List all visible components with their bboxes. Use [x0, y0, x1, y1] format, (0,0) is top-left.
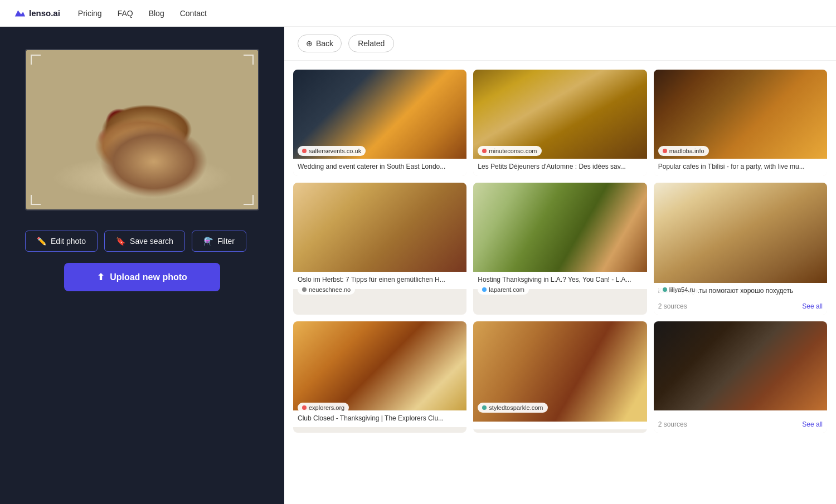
result-card-2[interactable]: minuteconso.com Les Petits Déjeuners d'A…	[473, 70, 647, 176]
navbar: lenso.ai Pricing FAQ Blog Contact	[0, 0, 836, 27]
main-content: ⊕ Back Related saltersevents.co.uk Weddi…	[284, 27, 836, 504]
result-card-4[interactable]: neueschnee.no Oslo im Herbst: 7 Tipps fü…	[293, 183, 466, 315]
source-url-8: styledtosparkle.com	[489, 404, 543, 411]
crop-handle-bl	[31, 195, 41, 205]
save-search-label: Save search	[130, 237, 173, 246]
logo-icon	[13, 7, 26, 19]
result-card-5[interactable]: laparent.com Hosting Thanksgiving in L.A…	[473, 183, 647, 315]
back-label: Back	[316, 39, 333, 48]
source-badge-6: liliya54.ru	[658, 285, 699, 295]
result-card-1[interactable]: saltersevents.co.uk Wedding and event ca…	[293, 70, 466, 176]
source-dot-2	[482, 149, 487, 153]
sources-row-9: 2 sources See all	[654, 418, 827, 433]
related-label: Related	[358, 39, 385, 48]
sources-count-6: 2 sources	[658, 302, 687, 310]
save-search-button[interactable]: 🔖 Save search	[104, 231, 185, 252]
result-image-4	[293, 183, 466, 272]
save-icon: 🔖	[116, 237, 125, 246]
crop-handle-tl	[31, 55, 41, 65]
source-badge-3: madloba.info	[658, 146, 709, 156]
card-title-7: Club Closed - Thanksgiving | The Explore…	[293, 410, 466, 428]
see-all-9[interactable]: See all	[802, 420, 823, 428]
edit-photo-label: Edit photo	[51, 237, 86, 246]
source-dot-7	[302, 405, 307, 410]
results-grid: saltersevents.co.uk Wedding and event ca…	[284, 61, 836, 442]
query-image-visual	[26, 50, 258, 209]
sources-count-9: 2 sources	[658, 420, 687, 428]
card-title-3: Popular cafes in Tbilisi - for a party, …	[654, 159, 827, 176]
result-image-5	[473, 183, 647, 272]
query-image	[25, 49, 259, 211]
source-dot-3	[663, 149, 667, 153]
sidebar: ✏️ Edit photo 🔖 Save search ⚗️ Filter ⬆ …	[0, 27, 284, 504]
source-dot-1	[302, 149, 307, 153]
source-url-4: neueschnee.no	[309, 286, 351, 293]
crop-handle-tr	[244, 55, 254, 65]
result-card-6[interactable]: liliya54.ru Какие продукты помогают хоро…	[654, 183, 827, 315]
related-button[interactable]: Related	[348, 35, 394, 52]
sidebar-actions: ✏️ Edit photo 🔖 Save search ⚗️ Filter	[25, 231, 259, 252]
source-url-5: laparent.com	[489, 286, 524, 293]
filter-icon: ⚗️	[203, 237, 213, 246]
back-arrow-icon: ⊕	[306, 39, 313, 48]
source-url-6: liliya54.ru	[669, 286, 695, 293]
upload-new-photo-button[interactable]: ⬆ Upload new photo	[64, 263, 220, 291]
source-badge-5: laparent.com	[478, 285, 529, 295]
card-title-8	[473, 422, 647, 429]
source-dot-5	[482, 287, 487, 292]
filter-button[interactable]: ⚗️ Filter	[192, 231, 246, 252]
result-image-7	[293, 321, 466, 410]
crop-handle-br	[244, 195, 254, 205]
nav-pricing[interactable]: Pricing	[78, 9, 102, 18]
edit-icon: ✏️	[37, 237, 46, 246]
edit-photo-button[interactable]: ✏️ Edit photo	[25, 231, 98, 252]
source-badge-1: saltersevents.co.uk	[298, 146, 366, 156]
result-image-9	[654, 321, 827, 410]
source-url-3: madloba.info	[669, 148, 704, 154]
source-url-2: minuteconso.com	[489, 148, 537, 154]
upload-label: Upload new photo	[110, 272, 187, 282]
source-url-7: explorers.org	[309, 404, 344, 411]
source-badge-4: neueschnee.no	[298, 285, 355, 295]
nav-contact[interactable]: Contact	[180, 9, 207, 18]
source-dot-6	[663, 287, 667, 292]
card-title-2: Les Petits Déjeuners d'Automne : Des idé…	[473, 159, 647, 176]
logo[interactable]: lenso.ai	[13, 7, 60, 19]
card-title-9	[654, 410, 827, 418]
card-title-1: Wedding and event caterer in South East …	[293, 159, 466, 176]
result-card-3[interactable]: madloba.info Popular cafes in Tbilisi - …	[654, 70, 827, 176]
result-card-7[interactable]: explorers.org Club Closed - Thanksgiving…	[293, 321, 466, 433]
source-dot-8	[482, 405, 487, 410]
back-button[interactable]: ⊕ Back	[298, 35, 342, 52]
sources-row-6: 2 sources See all	[654, 300, 827, 315]
see-all-6[interactable]: See all	[802, 302, 823, 310]
main-layout: ✏️ Edit photo 🔖 Save search ⚗️ Filter ⬆ …	[0, 27, 836, 504]
nav-links: Pricing FAQ Blog Contact	[78, 9, 207, 18]
source-url-1: saltersevents.co.uk	[309, 148, 361, 154]
logo-text: lenso.ai	[29, 8, 60, 18]
filter-label: Filter	[217, 237, 235, 246]
source-dot-4	[302, 287, 307, 292]
source-badge-7: explorers.org	[298, 403, 349, 413]
nav-blog[interactable]: Blog	[149, 9, 164, 18]
source-badge-8: styledtosparkle.com	[478, 403, 547, 413]
result-image-6	[654, 183, 827, 283]
top-bar: ⊕ Back Related	[284, 27, 836, 61]
upload-icon: ⬆	[97, 272, 104, 282]
result-card-8[interactable]: styledtosparkle.com	[473, 321, 647, 433]
result-card-9[interactable]: 2 sources See all	[654, 321, 827, 433]
source-badge-2: minuteconso.com	[478, 146, 541, 156]
nav-faq[interactable]: FAQ	[118, 9, 133, 18]
